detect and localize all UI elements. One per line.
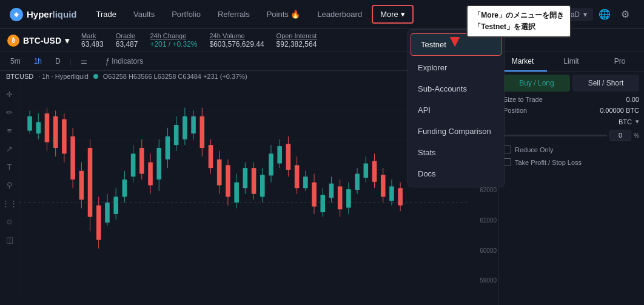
tp-sl-label: Take Profit / Stop Loss xyxy=(515,159,582,166)
svg-rect-47 xyxy=(200,116,204,148)
svg-rect-17 xyxy=(70,136,75,179)
reduce-only-label: Reduce Only xyxy=(515,146,554,153)
svg-rect-15 xyxy=(62,119,67,154)
pair-label: BTC-USD xyxy=(23,36,61,45)
svg-rect-87 xyxy=(372,161,377,182)
svg-rect-83 xyxy=(355,174,360,190)
line-tool[interactable]: ≡ xyxy=(2,123,17,138)
nav-leaderboard[interactable]: Leaderboard xyxy=(310,6,369,22)
change-stat: 24h Change +201 / +0.32% xyxy=(150,32,197,49)
svg-rect-41 xyxy=(174,125,179,145)
order-tabs: Market Limit Pro xyxy=(498,52,644,72)
svg-rect-43 xyxy=(183,116,187,139)
leverage-input[interactable] xyxy=(609,130,631,141)
more-chevron: ▾ xyxy=(401,10,405,19)
pattern-tool[interactable]: ⋮⋮ xyxy=(2,196,17,210)
svg-rect-57 xyxy=(243,168,248,188)
svg-rect-75 xyxy=(320,195,325,212)
buy-button[interactable]: Buy / Long xyxy=(503,75,570,92)
svg-rect-27 xyxy=(113,196,118,213)
indicators-icon: ƒ xyxy=(106,57,110,65)
svg-rect-33 xyxy=(139,148,144,174)
more-label: More xyxy=(380,10,398,19)
annotation-line1: 「More」のメニューを開き xyxy=(474,11,564,19)
tab-market[interactable]: Market xyxy=(498,52,547,72)
leverage-slider[interactable] xyxy=(503,135,607,136)
eraser-tool[interactable]: ◫ xyxy=(2,232,17,247)
text-tool[interactable]: T xyxy=(2,159,17,174)
pair-selector[interactable]: ₿ BTC-USD ▾ xyxy=(7,35,69,47)
svg-rect-73 xyxy=(312,183,317,207)
crosshair-tool[interactable]: ✛ xyxy=(2,87,17,101)
candle-svg xyxy=(19,82,468,289)
oi-stat: Open Interest $92,382,564 xyxy=(277,32,317,49)
svg-rect-55 xyxy=(234,183,239,203)
dropdown-api[interactable]: API xyxy=(408,99,504,121)
tf-1h[interactable]: 1h xyxy=(30,56,46,67)
svg-rect-49 xyxy=(209,145,213,168)
chart-interval: · 1h · Hyperliquid xyxy=(38,73,89,80)
nav-trade[interactable]: Trade xyxy=(89,6,124,22)
svg-rect-59 xyxy=(252,168,257,194)
chart-type-btn[interactable]: ⚌ xyxy=(76,56,92,67)
svg-rect-61 xyxy=(260,175,265,196)
nav-referrals[interactable]: Referrals xyxy=(210,6,257,22)
dropdown-explorer[interactable]: Explorer xyxy=(408,57,504,78)
settings-icon[interactable]: ⚙ xyxy=(616,5,634,24)
position-label: Position xyxy=(503,107,596,114)
annotation-arrow: ▼ xyxy=(446,32,463,51)
svg-rect-9 xyxy=(36,122,41,133)
svg-rect-11 xyxy=(45,113,50,142)
oi-value: $92,382,564 xyxy=(277,40,317,49)
oracle-stat: Oracle 63,487 xyxy=(116,32,138,49)
svg-rect-29 xyxy=(122,179,127,196)
logo-text: Hyperliquid xyxy=(27,9,77,19)
tf-5m[interactable]: 5m xyxy=(6,56,25,67)
svg-rect-25 xyxy=(105,203,110,223)
emoji-tool[interactable]: ☺ xyxy=(2,214,17,229)
svg-rect-23 xyxy=(96,206,101,240)
tp-sl-row: Take Profit / Stop Loss xyxy=(498,156,644,169)
tab-limit[interactable]: Limit xyxy=(547,52,595,72)
svg-rect-71 xyxy=(303,176,308,188)
indicators-btn[interactable]: ƒ Indicators xyxy=(101,56,147,67)
svg-rect-19 xyxy=(79,171,84,199)
svg-rect-7 xyxy=(27,116,32,131)
btc-icon: ₿ xyxy=(7,35,19,47)
dropdown-stats[interactable]: Stats xyxy=(408,142,504,163)
svg-rect-79 xyxy=(338,186,343,209)
dropdown-sub-accounts[interactable]: Sub-Accounts xyxy=(408,78,504,99)
position-row: Position 0.00000 BTC xyxy=(498,105,644,116)
nav-points[interactable]: Points 🔥 xyxy=(260,6,308,22)
logo[interactable]: ◈ Hyperliquid xyxy=(10,8,77,21)
svg-rect-37 xyxy=(156,148,161,179)
nav-more[interactable]: More ▾ xyxy=(372,5,414,24)
arrow-tool[interactable]: ↗ xyxy=(2,141,17,156)
change-label: 24h Change xyxy=(150,32,197,39)
chart-ohlcv: O63258 H63566 L63258 C63484 +231 (+0.37%… xyxy=(103,73,247,80)
measure-tool[interactable]: ⚲ xyxy=(2,178,17,192)
tab-pro[interactable]: Pro xyxy=(595,52,644,72)
main-area: 5m 1h D | ⚌ ƒ Indicators BTCUSD · 1h · H… xyxy=(0,52,644,305)
pair-chevron: ▾ xyxy=(65,36,69,45)
svg-rect-35 xyxy=(148,163,153,186)
price-62000: 62000 xyxy=(469,187,497,193)
dropdown-funding-comparison[interactable]: Funding Comparison xyxy=(408,121,504,142)
chart-pair: BTCUSD xyxy=(6,73,33,80)
price-60000: 60000 xyxy=(469,247,497,254)
globe-icon[interactable]: 🌐 xyxy=(595,5,614,24)
pencil-tool[interactable]: ✏ xyxy=(2,105,17,119)
nav-portfolio[interactable]: Portfolio xyxy=(164,6,208,22)
svg-rect-13 xyxy=(53,116,58,148)
dropdown-docs[interactable]: Docs xyxy=(408,163,504,184)
live-dot xyxy=(93,74,98,79)
nav-vaults[interactable]: Vaults xyxy=(126,6,162,22)
mark-value: 63,483 xyxy=(81,40,104,49)
tf-D[interactable]: D xyxy=(51,56,65,67)
wallet-chevron: ▾ xyxy=(583,10,587,19)
svg-rect-63 xyxy=(269,153,273,175)
price-59000: 59000 xyxy=(469,277,497,284)
size-value: 0.00 xyxy=(626,96,639,103)
svg-rect-85 xyxy=(364,164,369,178)
sell-button[interactable]: Sell / Short xyxy=(572,75,639,92)
